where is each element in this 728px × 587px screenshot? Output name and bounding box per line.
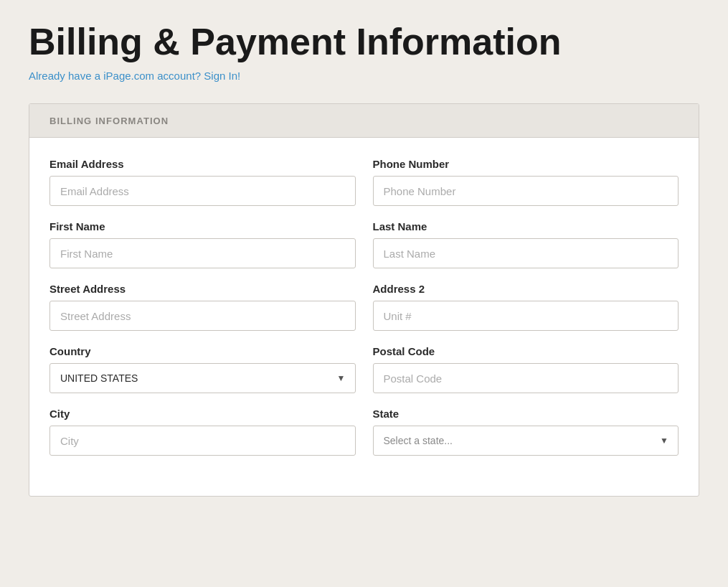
address2-input[interactable] xyxy=(373,301,679,331)
state-label: State xyxy=(373,408,679,420)
street-group: Street Address xyxy=(49,283,356,331)
last-name-group: Last Name xyxy=(373,220,679,268)
address2-group: Address 2 xyxy=(373,283,679,331)
billing-card-header: BILLING INFORMATION xyxy=(29,104,699,138)
email-phone-row: Email Address Phone Number xyxy=(49,158,679,206)
country-group: Country UNITED STATES CANADA UNITED KING… xyxy=(49,345,356,393)
address-row: Street Address Address 2 xyxy=(49,283,679,331)
name-row: First Name Last Name xyxy=(49,220,679,268)
state-group: State Select a state... Alabama Alaska A… xyxy=(373,408,679,456)
first-name-input[interactable] xyxy=(49,238,356,268)
country-postal-row: Country UNITED STATES CANADA UNITED KING… xyxy=(49,345,679,393)
state-select-wrapper: Select a state... Alabama Alaska Arizona… xyxy=(373,426,679,456)
billing-card: BILLING INFORMATION Email Address Phone … xyxy=(29,103,699,497)
country-label: Country xyxy=(49,345,356,357)
billing-card-body: Email Address Phone Number First Name La… xyxy=(29,138,699,496)
country-select[interactable]: UNITED STATES CANADA UNITED KINGDOM AUST… xyxy=(49,363,356,393)
city-input[interactable] xyxy=(49,426,356,456)
postal-group: Postal Code xyxy=(373,345,679,393)
phone-label: Phone Number xyxy=(373,158,679,170)
billing-section-title: BILLING INFORMATION xyxy=(49,116,169,126)
city-label: City xyxy=(49,408,356,420)
city-state-row: City State Select a state... Alabama Ala… xyxy=(49,408,679,456)
street-input[interactable] xyxy=(49,301,356,331)
first-name-label: First Name xyxy=(49,220,356,233)
postal-label: Postal Code xyxy=(373,345,679,357)
last-name-label: Last Name xyxy=(373,220,679,233)
email-label: Email Address xyxy=(49,158,356,170)
email-input[interactable] xyxy=(49,176,356,206)
street-label: Street Address xyxy=(49,283,356,295)
signin-link[interactable]: Already have a iPage.com account? Sign I… xyxy=(29,70,699,82)
phone-input[interactable] xyxy=(373,176,679,206)
first-name-group: First Name xyxy=(49,220,356,268)
postal-input[interactable] xyxy=(373,363,679,393)
address2-label: Address 2 xyxy=(373,283,679,295)
last-name-input[interactable] xyxy=(373,238,679,268)
city-group: City xyxy=(49,408,356,456)
state-select[interactable]: Select a state... Alabama Alaska Arizona… xyxy=(373,426,679,456)
phone-group: Phone Number xyxy=(373,158,679,206)
page-title: Billing & Payment Information xyxy=(29,22,699,62)
email-group: Email Address xyxy=(49,158,356,206)
country-select-wrapper: UNITED STATES CANADA UNITED KINGDOM AUST… xyxy=(49,363,356,393)
